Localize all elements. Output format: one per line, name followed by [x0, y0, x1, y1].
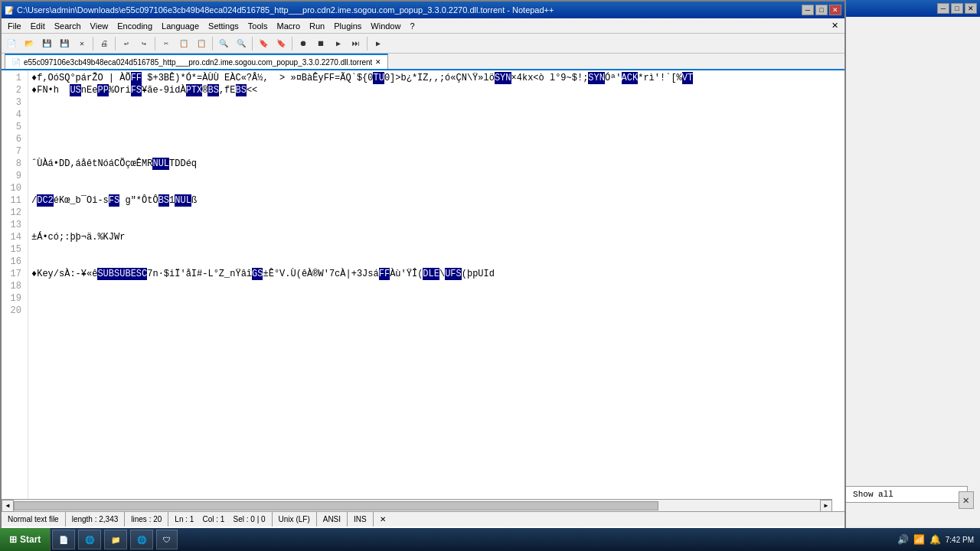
tab-close-button[interactable]: ✕ [375, 58, 381, 66]
toolbar-macro-play[interactable]: ▶ [330, 35, 347, 52]
code-line-15 [31, 243, 841, 256]
menu-window[interactable]: Window [366, 21, 405, 31]
code-line-20 [31, 305, 841, 317]
encoding-label: ANSI [323, 515, 341, 523]
line-ending-label: Unix (LF) [279, 515, 310, 523]
line-num-15: 15 [8, 243, 21, 256]
line-num-20: 20 [8, 305, 21, 317]
menu-plugins[interactable]: Plugins [329, 21, 366, 31]
close-button[interactable]: ✕ [829, 5, 841, 15]
line-num-4: 4 [8, 109, 21, 121]
code-line-6 [31, 133, 841, 145]
line-num-10: 10 [8, 182, 21, 194]
menu-edit[interactable]: Edit [26, 21, 50, 31]
menu-macro[interactable]: Macro [272, 21, 305, 31]
toolbar-close[interactable]: ✕ [74, 35, 90, 52]
code-line-19 [31, 292, 841, 305]
bg-minimize-button[interactable]: ─ [937, 3, 949, 14]
menu-encoding[interactable]: Encoding [113, 21, 157, 31]
tab-icon: 📄 [11, 58, 21, 67]
toolbar-find[interactable]: 🔍 [215, 35, 232, 52]
scrollbar-horizontal[interactable]: ◀ ▶ [2, 499, 832, 511]
menu-view[interactable]: View [86, 21, 113, 31]
maximize-button[interactable]: □ [815, 5, 828, 15]
toolbar-redo[interactable]: ↪ [136, 35, 152, 52]
toolbar-print[interactable]: 🖨 [96, 35, 113, 52]
toolbar-zoom-out[interactable]: 🔖 [273, 35, 289, 52]
toolbar-paste[interactable]: 📋 [193, 35, 210, 52]
editor[interactable]: 1 2 3 4 5 6 7 8 9 10 11 12 13 14 15 16 1… [2, 70, 844, 530]
col-label: Col : 1 [202, 515, 224, 523]
minimize-button[interactable]: ─ [802, 5, 814, 15]
toolbar-sep-1 [93, 37, 93, 51]
menu-tools[interactable]: Tools [243, 21, 273, 31]
menu-help[interactable]: ? [405, 21, 419, 31]
toolbar-sep-4 [212, 37, 213, 51]
bg-close-button[interactable]: ✕ [965, 3, 977, 14]
toolbar-copy[interactable]: 📋 [175, 35, 192, 52]
taskbar-item-5[interactable]: 🛡 [156, 530, 178, 549]
toolbar-replace[interactable]: 🔍 [233, 35, 250, 52]
menu-bar: File Edit Search View Encoding Language … [2, 18, 844, 34]
main-window: 📝 C:\Users\admin\Downloads\e55c097106e3c… [0, 0, 846, 551]
scroll-left-button[interactable]: ◀ [2, 500, 14, 512]
tab-label: e55c097106e3cb49b48eca024d516785_http___… [24, 58, 372, 67]
scrollbar-track[interactable] [14, 500, 820, 512]
status-ins: INS [348, 512, 374, 527]
menu-search[interactable]: Search [50, 21, 86, 31]
code-line-16 [31, 256, 841, 268]
taskbar-item-3[interactable]: 📁 [104, 530, 127, 549]
line-num-17: 17 [8, 268, 21, 280]
taskbar-item-4[interactable]: 🌐 [130, 530, 153, 549]
line-num-6: 6 [8, 133, 21, 145]
lines-label: lines : 20 [131, 515, 162, 523]
taskbar: ⊞ Start 📄 🌐 📁 🌐 🛡 🔊 📶 🔔 7:42 PM [0, 528, 980, 551]
position-label: Ln : 1 Col : 1 Sel : 0 | 0 [175, 515, 265, 523]
code-line-9 [31, 170, 841, 182]
toolbar-save-all[interactable]: 💾 [56, 35, 73, 52]
status-file-type: Normal text file [2, 512, 66, 527]
taskbar-icon-4: 🌐 [137, 536, 146, 544]
taskbar-item-1[interactable]: 📄 [52, 530, 75, 549]
line-num-14: 14 [8, 231, 21, 243]
toolbar-macro-run[interactable]: ⏭ [348, 35, 364, 52]
taskbar-item-2[interactable]: 🌐 [78, 530, 101, 549]
toolbar-macro-stop[interactable]: ⏹ [312, 35, 329, 52]
code-area[interactable]: ♦f,OóSQ°párŽO | ÀÕFF $+3BÊ)*Ó*=ÀÙÙ EÀC«?… [28, 70, 844, 530]
toolbar-sep-6 [292, 37, 292, 51]
toolbar-zoom-in[interactable]: 🔖 [255, 35, 272, 52]
menu-file[interactable]: File [3, 21, 26, 31]
tray-network-icon: 🔊 [897, 534, 909, 546]
code-line-17: ♦Key/sÀ:-¥«êSUBSUBESC7n·$iÏ'åI#-L°Z_nŸâî… [31, 268, 841, 280]
code-line-13 [31, 219, 841, 231]
ins-label: INS [354, 515, 367, 523]
menu-run[interactable]: Run [305, 21, 329, 31]
tab-bar: 📄 e55c097106e3cb49b48eca024d516785_http_… [2, 54, 844, 70]
toolbar-new[interactable]: 📄 [3, 35, 20, 52]
bg-maximize-button[interactable]: □ [951, 3, 963, 14]
tab-torrent[interactable]: 📄 e55c097106e3cb49b48eca024d516785_http_… [5, 54, 388, 69]
toolbar-cut[interactable]: ✂ [158, 35, 175, 52]
code-line-4 [31, 109, 841, 121]
menu-settings[interactable]: Settings [204, 21, 243, 31]
code-line-1: ♦f,OóSQ°párŽO | ÀÕFF $+3BÊ)*Ó*=ÀÙÙ EÀC«?… [31, 72, 841, 84]
menu-language[interactable]: Language [157, 21, 204, 31]
toolbar-run[interactable]: ▶ [370, 35, 387, 52]
toolbar-macro-record[interactable]: ⏺ [295, 35, 312, 52]
close-toolbar-button[interactable]: ✕ [827, 21, 843, 31]
toolbar-undo[interactable]: ↩ [118, 35, 135, 52]
bg-panel-close-button[interactable]: ✕ [959, 491, 974, 509]
ln-label: Ln : 1 [175, 515, 194, 523]
code-line-11: /DC2éKœ_b¯Oi-sFS g"*ÔtÔBS1NULß [31, 194, 841, 207]
toolbar-sep-2 [115, 37, 116, 51]
start-button[interactable]: ⊞ Start [0, 528, 51, 551]
status-encoding: ANSI [317, 512, 348, 527]
sel-label: Sel : 0 | 0 [234, 515, 266, 523]
taskbar-icon-3: 📁 [111, 536, 120, 544]
toolbar-open[interactable]: 📂 [21, 35, 38, 52]
tray-battery-icon: 🔔 [929, 534, 941, 546]
toolbar-save[interactable]: 💾 [38, 35, 55, 52]
scroll-right-button[interactable]: ▶ [820, 500, 832, 512]
scrollbar-thumb[interactable] [14, 501, 658, 510]
line-num-11: 11 [8, 194, 21, 207]
